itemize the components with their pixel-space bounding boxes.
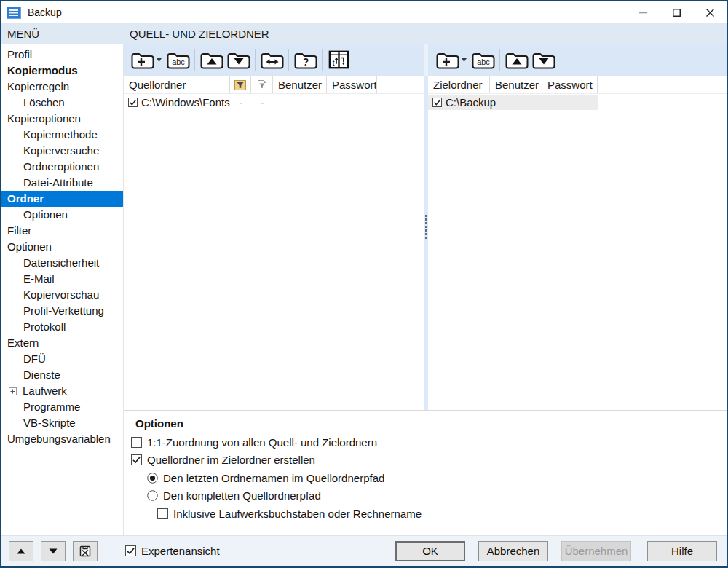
ok-button[interactable]: OK bbox=[395, 541, 465, 561]
profile-down-button[interactable] bbox=[41, 541, 66, 561]
sidebar-item-dienste[interactable]: Dienste bbox=[1, 367, 123, 383]
option-label: Den letzten Ordnernamen im Quellordnerpf… bbox=[163, 472, 384, 484]
dest-row-checkbox[interactable] bbox=[432, 98, 442, 107]
cancel-button[interactable]: Abbrechen bbox=[478, 541, 548, 561]
radio-unselected-icon[interactable] bbox=[147, 490, 158, 501]
close-button[interactable] bbox=[693, 1, 727, 23]
add-source-dropdown[interactable] bbox=[156, 58, 162, 62]
toolbar-separator bbox=[194, 49, 195, 71]
checkbox-checked-icon bbox=[432, 98, 442, 107]
sidebar-item-optionen-ordner[interactable]: Optionen bbox=[1, 207, 123, 223]
question-folder-icon: ? bbox=[293, 50, 318, 70]
sidebar-item-loeschen[interactable]: Löschen bbox=[1, 95, 123, 111]
sidebar-item-email[interactable]: E-Mail bbox=[1, 271, 123, 287]
sidebar-item-kopiermodus[interactable]: Kopiermodus bbox=[1, 63, 123, 79]
sidebar-item-kopiervorschau[interactable]: Kopiervorschau bbox=[1, 287, 123, 303]
minimize-button[interactable] bbox=[626, 1, 660, 23]
swap-folders-button[interactable] bbox=[258, 48, 285, 72]
maximize-icon bbox=[673, 9, 681, 17]
dest-move-down-button[interactable] bbox=[530, 48, 557, 72]
discard-save-button[interactable] bbox=[73, 541, 98, 561]
source-filter1-value: - bbox=[230, 95, 251, 110]
sidebar-item-ordneroptionen[interactable]: Ordneroptionen bbox=[1, 159, 123, 175]
source-table-row[interactable]: C:\Windows\Fonts - - bbox=[124, 95, 424, 110]
sidebar-item-datensicherheit[interactable]: Datensicherheit bbox=[1, 255, 123, 271]
add-source-folder-button[interactable] bbox=[129, 48, 156, 72]
source-row-checkbox[interactable] bbox=[128, 98, 138, 107]
option-full-source-path[interactable]: Den kompletten Quellordnerpfad bbox=[147, 487, 321, 503]
toolbar-separator bbox=[288, 49, 289, 71]
source-move-down-button[interactable] bbox=[225, 48, 252, 72]
sidebar-item-kopierversuche[interactable]: Kopierversuche bbox=[1, 143, 123, 159]
sidebar-item-laufwerk[interactable]: Laufwerk bbox=[1, 383, 123, 399]
option-create-source-in-dest[interactable]: Quellordner im Zielordner erstellen bbox=[131, 451, 315, 468]
toggle-panes-button[interactable]: t bbox=[325, 48, 352, 72]
rename-dest-folder-button[interactable]: abc bbox=[470, 48, 496, 72]
add-folder-icon bbox=[435, 50, 460, 70]
apply-button: Übernehmen bbox=[561, 541, 631, 561]
dest-move-up-button[interactable] bbox=[503, 48, 530, 72]
checkbox-unchecked-icon[interactable] bbox=[157, 508, 168, 519]
help-button[interactable]: Hilfe bbox=[647, 541, 717, 561]
option-label: Quellordner im Zielordner erstellen bbox=[147, 454, 315, 466]
dest-table-row[interactable]: C:\Backup bbox=[428, 95, 727, 110]
move-up-icon bbox=[505, 50, 529, 70]
checkbox-checked-icon[interactable] bbox=[125, 545, 136, 556]
filter-inactive-icon bbox=[257, 79, 267, 91]
svg-text:abc: abc bbox=[477, 58, 490, 66]
sidebar-item-protokoll[interactable]: Protokoll bbox=[1, 319, 123, 335]
two-panes-icon: t bbox=[325, 49, 352, 71]
sidebar-item-optionen[interactable]: Optionen bbox=[1, 239, 123, 255]
sidebar-item-datei-attribute[interactable]: Datei-Attribute bbox=[1, 175, 123, 191]
column-filler bbox=[598, 76, 727, 93]
dest-folder-path: C:\Backup bbox=[446, 96, 496, 109]
expert-view-toggle[interactable]: Expertenansicht bbox=[125, 545, 220, 557]
add-folder-icon bbox=[130, 50, 155, 70]
sidebar-item-programme[interactable]: Programme bbox=[1, 399, 123, 415]
chevron-down-icon bbox=[462, 58, 467, 62]
source-move-up-button[interactable] bbox=[198, 48, 225, 72]
minimize-icon bbox=[639, 9, 647, 17]
sidebar-item-filter[interactable]: Filter bbox=[1, 223, 123, 239]
option-last-folder-name[interactable]: Den letzten Ordnernamen im Quellordnerpf… bbox=[147, 470, 384, 486]
sidebar-item-extern[interactable]: Extern bbox=[1, 335, 123, 351]
checkbox-checked-icon[interactable] bbox=[131, 454, 142, 465]
sidebar-item-vb-skripte[interactable]: VB-Skripte bbox=[1, 415, 123, 431]
page-title: QUELL- UND ZIELORDNER bbox=[130, 28, 269, 40]
expand-plus-icon[interactable] bbox=[9, 387, 17, 395]
move-up-icon bbox=[199, 50, 224, 70]
sidebar-item-ordner[interactable]: Ordner bbox=[1, 191, 123, 207]
sidebar-item-dfue[interactable]: DFÜ bbox=[1, 351, 123, 367]
radio-selected-icon[interactable] bbox=[147, 473, 158, 484]
checkbox-unchecked-icon[interactable] bbox=[131, 437, 142, 448]
column-benutzer: Benutzer bbox=[490, 76, 542, 93]
sidebar-item-profil[interactable]: Profil bbox=[1, 47, 123, 63]
source-table-header: Quellordner bbox=[124, 76, 424, 94]
column-passwort: Passwort bbox=[542, 76, 598, 93]
floppy-delete-icon bbox=[79, 545, 92, 558]
sidebar-item-kopiermethode[interactable]: Kopiermethode bbox=[1, 127, 123, 143]
maximize-button[interactable] bbox=[660, 1, 693, 23]
options-heading: Optionen bbox=[135, 417, 183, 430]
rename-source-folder-button[interactable]: abc bbox=[165, 48, 191, 72]
add-dest-dropdown[interactable] bbox=[461, 58, 467, 62]
sidebar-item-kopierregeln[interactable]: Kopierregeln bbox=[1, 79, 123, 95]
folder-help-button[interactable]: ? bbox=[292, 48, 319, 72]
backup-window: Backup MENÜ QUELL- UND ZIELORDNER Profil… bbox=[0, 0, 728, 568]
source-folder-path: C:\Windows\Fonts bbox=[141, 96, 230, 109]
sidebar-item-profil-verkettung[interactable]: Profil-Verkettung bbox=[1, 303, 123, 319]
source-folder-table: Quellordner bbox=[124, 76, 424, 410]
dialog-buttons: OK Abbrechen Übernehmen Hilfe bbox=[395, 541, 717, 561]
add-dest-folder-button[interactable] bbox=[434, 48, 461, 72]
sidebar-item-umgebungsvariablen[interactable]: Umgebungsvariablen bbox=[1, 431, 123, 447]
svg-text:?: ? bbox=[302, 56, 309, 68]
column-zielordner: Zielordner bbox=[428, 76, 490, 93]
option-one-to-one[interactable]: 1:1-Zuordnung von allen Quell- und Zielo… bbox=[131, 434, 377, 450]
profile-up-button[interactable] bbox=[9, 541, 33, 561]
swap-arrows-icon bbox=[260, 50, 285, 70]
menu-heading: MENÜ bbox=[7, 28, 124, 40]
sidebar-item-kopieroptionen[interactable]: Kopieroptionen bbox=[1, 111, 123, 127]
option-include-drive-letter[interactable]: Inklusive Laufwerksbuchstaben oder Rechn… bbox=[157, 505, 422, 521]
option-label: Inklusive Laufwerksbuchstaben oder Rechn… bbox=[173, 508, 422, 520]
move-down-icon bbox=[531, 50, 556, 70]
